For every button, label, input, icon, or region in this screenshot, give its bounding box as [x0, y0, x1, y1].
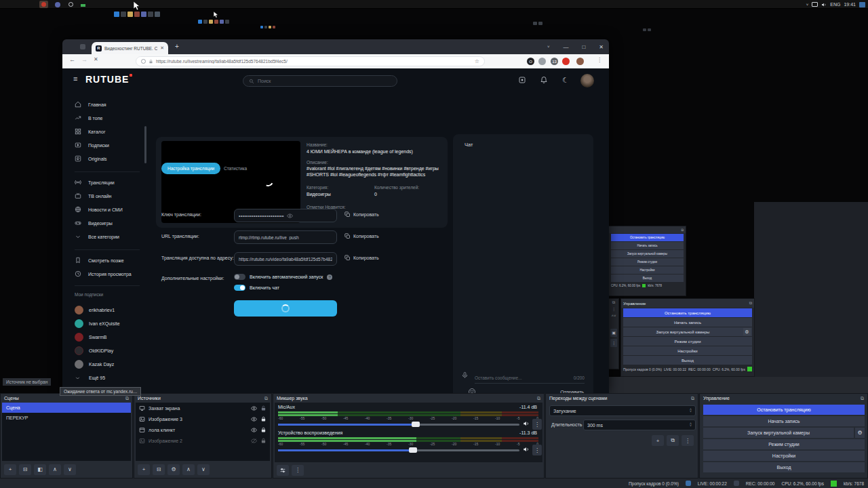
tab-statistics[interactable]: Статистика	[224, 166, 247, 171]
channel-item[interactable]: erikhabriev1	[75, 304, 115, 315]
chat-message-input[interactable]: Оставить сообщение... 0/200	[475, 373, 585, 384]
volume-slider[interactable]	[278, 449, 519, 451]
move-source-up-button[interactable]: ∧	[182, 464, 195, 475]
move-source-down-button[interactable]: ∨	[197, 464, 210, 475]
move-scene-down-button[interactable]: ∨	[64, 464, 76, 475]
remove-scene-button[interactable]: ⊟	[19, 464, 31, 475]
taskbar-app-icon-discord[interactable]	[53, 1, 62, 8]
stream-url-field[interactable]: rtmp://rtmp.rutube.ru/live_push	[234, 230, 337, 244]
speaker-icon[interactable]	[523, 446, 530, 453]
stop-streaming-button[interactable]: Остановить трансляцию	[703, 405, 865, 415]
mixer-menu-button[interactable]: ⋮	[292, 465, 304, 476]
transition-type-select[interactable]: Затухание˄˅	[549, 405, 696, 416]
sidebar-item-tv[interactable]: ТВ онлайн	[75, 190, 146, 201]
tray-notification-icon[interactable]	[859, 2, 865, 7]
copy-key-button[interactable]: Копировать	[344, 211, 379, 218]
add-transition-button[interactable]: +	[652, 435, 664, 446]
dark-theme-moon-icon[interactable]: ☾	[562, 76, 569, 85]
speaker-icon[interactable]	[523, 420, 530, 427]
sidebar-item-streams[interactable]: Трансляции	[75, 177, 146, 188]
sidebar-item-all-categories[interactable]: Все категории	[75, 231, 146, 242]
start-stream-button[interactable]	[234, 300, 337, 317]
source-item[interactable]: Изображение 3	[136, 413, 270, 424]
copy-address-button[interactable]: Копировать	[344, 255, 379, 261]
window-close-button[interactable]: ✕	[599, 44, 604, 50]
taskbar-app-icon-clock[interactable]	[66, 1, 75, 8]
lock-icon[interactable]	[260, 427, 267, 433]
extension-icon-2[interactable]	[538, 58, 546, 65]
channel-item[interactable]: OldKIDPlay	[75, 345, 113, 356]
sidebar-scrollbar[interactable]	[144, 126, 146, 163]
advanced-audio-button[interactable]	[277, 465, 289, 476]
source-properties-button[interactable]: ⚙	[167, 464, 180, 475]
extension-icon-3[interactable]: 13	[551, 58, 558, 65]
channel-item[interactable]: SwarmB	[75, 331, 106, 342]
volume-slider-handle[interactable]	[412, 422, 420, 427]
browser-tab[interactable]: R Видеохостинг RUTUBE. Смотр… ✕	[92, 42, 168, 54]
stream-address-field[interactable]: https://rutube.ru/video/fa9ab48a5fdf125d…	[234, 252, 337, 266]
forward-button[interactable]: →	[81, 56, 87, 63]
popout-icon[interactable]: ⧉	[125, 396, 129, 401]
help-icon[interactable]: ?	[327, 274, 332, 280]
back-button[interactable]: ←	[69, 56, 75, 63]
tray-display-icon[interactable]	[812, 2, 818, 7]
window-minimize-button[interactable]: —	[563, 44, 568, 50]
extension-icon-4[interactable]	[562, 58, 570, 65]
settings-button[interactable]: Настройки	[703, 451, 865, 461]
sidebar-item-watch-later[interactable]: Смотреть позже	[75, 255, 146, 266]
virtual-camera-settings-gear-icon[interactable]: ⚙	[855, 428, 865, 438]
source-item[interactable]: лола клинкт	[136, 424, 270, 435]
window-menu-chevron-icon[interactable]: ˅	[547, 45, 550, 49]
eye-icon[interactable]	[251, 416, 257, 422]
mixer-channel-menu-icon[interactable]: ⋮	[532, 445, 542, 455]
popout-icon[interactable]: ⧉	[691, 396, 694, 401]
sidebar-item-news[interactable]: Новости и СМИ	[75, 204, 146, 215]
taskbar-app-icon-1[interactable]	[39, 1, 48, 8]
sidebar-item-top[interactable]: В топе	[75, 113, 146, 123]
sidebar-item-subscriptions[interactable]: Подписки	[75, 140, 146, 150]
sidebar-item-games[interactable]: Видеоигры	[75, 218, 146, 228]
source-item[interactable]: Захват экрана	[136, 403, 270, 413]
new-tab-button[interactable]: +	[175, 43, 179, 50]
tray-time[interactable]: 19:41	[844, 2, 856, 7]
show-more-channels[interactable]: Ещё 95	[75, 372, 105, 383]
mixer-channel-menu-icon[interactable]: ⋮	[532, 419, 542, 430]
notifications-bell-icon[interactable]	[540, 76, 548, 84]
scene-item[interactable]: ПЕРЕКУР	[2, 413, 131, 423]
eye-icon[interactable]	[287, 213, 332, 219]
remove-transition-button[interactable]: ⧉	[667, 435, 679, 446]
upload-icon[interactable]	[518, 76, 526, 84]
source-item-hidden[interactable]: Изображение 2	[136, 435, 270, 446]
lock-icon[interactable]	[260, 438, 267, 444]
eye-off-icon[interactable]	[251, 438, 257, 444]
sidebar-item-home[interactable]: Главная	[75, 99, 146, 110]
volume-slider-handle[interactable]	[409, 447, 417, 453]
sidebar-item-originals[interactable]: Originals	[75, 153, 146, 164]
exit-button[interactable]: Выход	[703, 462, 865, 472]
profile-avatar[interactable]	[576, 58, 584, 65]
stop-button[interactable]: ✕	[94, 56, 98, 62]
add-source-button[interactable]: +	[138, 464, 150, 475]
chat-toggle[interactable]	[234, 285, 245, 291]
stream-key-field[interactable]: ••••••••••••••••••••••••••••••••	[234, 209, 337, 222]
scene-filters-button[interactable]: ◧	[34, 464, 46, 475]
start-virtual-camera-button[interactable]: Запуск виртуальной камеры	[703, 428, 854, 438]
remove-source-button[interactable]: ⊟	[153, 464, 165, 475]
move-scene-up-button[interactable]: ∧	[49, 464, 61, 475]
popout-icon[interactable]: ⧉	[537, 396, 540, 401]
mic-icon[interactable]	[461, 371, 469, 379]
sidebar-item-history[interactable]: История просмотра	[75, 268, 146, 279]
eye-icon[interactable]	[251, 427, 257, 433]
search-bar[interactable]: Поиск	[243, 75, 397, 87]
lock-icon[interactable]	[260, 416, 267, 422]
popout-icon[interactable]: ⧉	[861, 396, 864, 401]
volume-slider[interactable]	[278, 424, 519, 426]
autostart-toggle[interactable]	[234, 274, 245, 280]
site-info-icon[interactable]	[141, 59, 146, 64]
browser-menu-icon[interactable]: ⋮	[597, 57, 602, 63]
tray-chevron-icon[interactable]: ˅	[806, 3, 809, 7]
scene-item-selected[interactable]: Сцена	[2, 403, 131, 413]
user-avatar[interactable]	[580, 74, 594, 87]
popout-icon[interactable]: ⧉	[264, 396, 268, 401]
add-scene-button[interactable]: +	[4, 464, 16, 475]
